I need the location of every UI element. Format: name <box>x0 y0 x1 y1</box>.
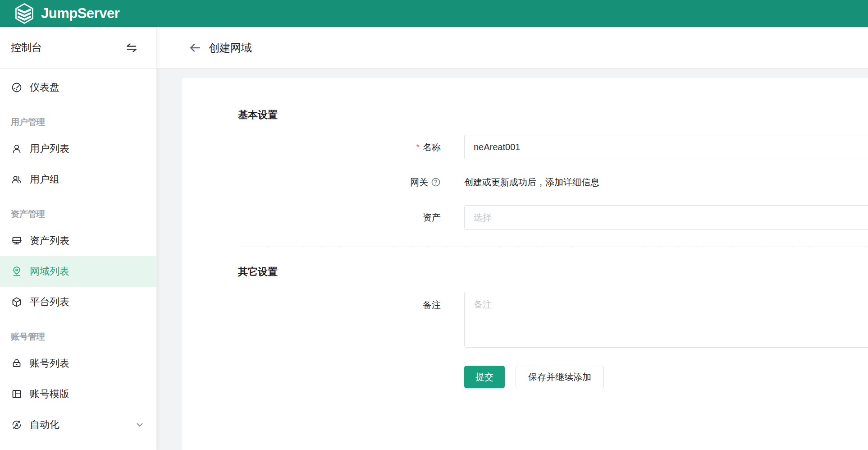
sidebar-item-label: 平台列表 <box>30 295 69 309</box>
create-domain-form-card: 基本设置 * 名称 网关 <box>182 78 868 450</box>
automation-icon: A <box>11 419 23 431</box>
sidebar-item-account-list[interactable]: 账号列表 <box>0 348 156 379</box>
sidebar-item-label: 网域列表 <box>30 265 69 278</box>
sidebar-item-account-template[interactable]: 账号模版 <box>0 379 156 409</box>
sidebar-item-user-groups[interactable]: 用户组 <box>0 164 156 195</box>
sidebar-item-label: 账号模版 <box>30 387 69 401</box>
sidebar-item-label: 自动化 <box>30 418 59 432</box>
svg-text:A: A <box>15 422 18 427</box>
required-asterisk: * <box>416 142 420 152</box>
page-header: 创建网域 <box>157 27 868 69</box>
cube-icon <box>11 296 23 308</box>
sidebar-item-domain-list[interactable]: 网域列表 <box>0 256 156 287</box>
section-heading-basic: 基本设置 <box>238 108 868 122</box>
save-and-continue-button[interactable]: 保存并继续添加 <box>516 366 604 388</box>
jumpserver-hexagon-logo-icon <box>14 3 35 24</box>
form-actions: 提交 保存并继续添加 <box>464 366 868 388</box>
comment-field-label: 备注 <box>238 292 441 348</box>
form-row-comment: 备注 <box>238 292 868 348</box>
gateway-field-label: 网关 <box>238 170 441 194</box>
sidebar-item-label: 仪表盘 <box>30 81 59 94</box>
jumpserver-logo[interactable]: JumpServer <box>14 3 119 24</box>
top-navbar: JumpServer <box>0 0 868 27</box>
swap-arrows-icon[interactable] <box>125 41 138 55</box>
sidebar-item-asset-list[interactable]: 资产列表 <box>0 225 156 256</box>
sidebar-item-dashboard[interactable]: 仪表盘 <box>0 72 156 103</box>
user-icon <box>11 143 23 155</box>
sidebar-item-label: 账号列表 <box>30 357 69 370</box>
assets-select[interactable] <box>464 205 868 230</box>
user-group-icon <box>11 174 23 185</box>
sidebar-item-label: 用户组 <box>30 173 59 186</box>
sidebar-item-platform-list[interactable]: 平台列表 <box>0 287 156 317</box>
layout-template-icon <box>11 388 23 400</box>
sidebar-item-automation[interactable]: A 自动化 <box>0 409 156 440</box>
page-title: 创建网域 <box>209 41 252 55</box>
sidebar-section-accounts: 账号管理 <box>0 317 156 348</box>
main-area: 创建网域 基本设置 * 名称 网关 <box>157 27 868 450</box>
sidebar-menu: 仪表盘 用户管理 用户列表 <box>0 69 156 440</box>
name-input[interactable] <box>464 135 868 159</box>
location-pin-icon <box>11 266 23 277</box>
gauge-icon <box>11 82 23 93</box>
content-area: 基本设置 * 名称 网关 <box>157 69 868 450</box>
sidebar-item-label: 用户列表 <box>30 142 69 156</box>
question-circle-icon[interactable] <box>431 177 441 187</box>
lock-icon <box>11 358 23 369</box>
section-heading-other: 其它设置 <box>238 265 868 279</box>
brand-name: JumpServer <box>41 5 119 22</box>
sidebar-section-assets: 资产管理 <box>0 195 156 225</box>
name-field-label: * 名称 <box>238 135 441 159</box>
back-arrow-icon[interactable] <box>188 41 202 55</box>
sidebar-section-users: 用户管理 <box>0 103 156 133</box>
gateway-hint-text: 创建或更新成功后，添加详细信息 <box>464 176 599 188</box>
sidebar-header: 控制台 <box>0 27 156 69</box>
chevron-down-icon[interactable] <box>134 419 146 431</box>
form-row-name: * 名称 <box>238 135 868 159</box>
form-row-assets: 资产 <box>238 205 868 230</box>
monitor-icon <box>11 235 23 247</box>
sidebar: 控制台 仪表盘 用户管理 <box>0 27 157 450</box>
comment-textarea[interactable] <box>464 292 868 348</box>
submit-button[interactable]: 提交 <box>464 366 505 388</box>
section-divider <box>238 247 868 247</box>
sidebar-item-user-list[interactable]: 用户列表 <box>0 133 156 164</box>
sidebar-item-label: 资产列表 <box>30 234 69 248</box>
sidebar-title: 控制台 <box>11 41 42 55</box>
assets-field-label: 资产 <box>238 205 441 230</box>
form-row-gateway: 网关 创建或更新成功后，添加详细信息 <box>238 170 868 194</box>
